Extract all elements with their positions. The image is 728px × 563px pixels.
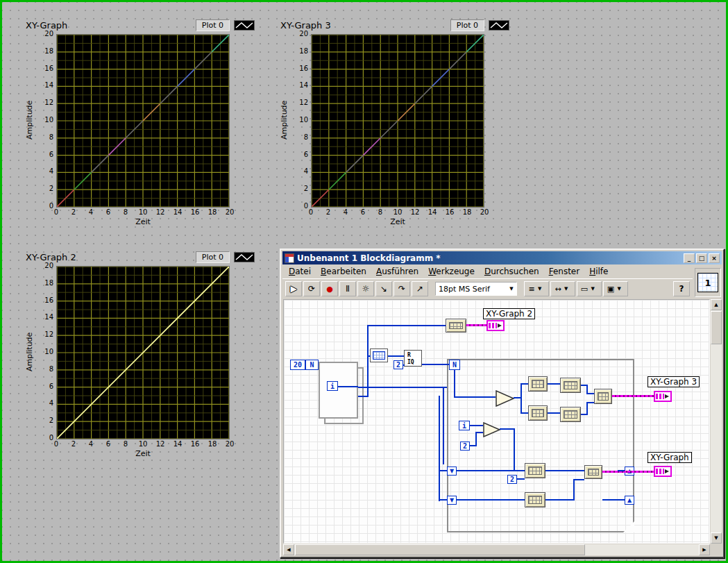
vi-icon[interactable]: 1 <box>697 273 718 292</box>
resize-objects-button[interactable]: ▭▼ <box>577 281 602 296</box>
bundle-xy2-node[interactable] <box>446 319 466 333</box>
wire[interactable] <box>586 393 594 394</box>
wire[interactable] <box>500 428 514 430</box>
reshape-node[interactable]: RIQ <box>404 350 422 367</box>
run-button[interactable]: ▶ <box>285 281 302 296</box>
wire[interactable] <box>367 355 371 357</box>
iteration-terminal-2[interactable]: i <box>459 421 470 430</box>
numeric-constant-2a[interactable]: 2 <box>393 360 403 369</box>
wire[interactable] <box>367 325 446 326</box>
cluster-wire[interactable] <box>612 395 654 397</box>
wire[interactable] <box>439 396 440 501</box>
xy-graph2-indicator-terminal[interactable] <box>486 320 505 331</box>
wire[interactable] <box>573 479 584 480</box>
wire[interactable] <box>358 396 369 397</box>
wire[interactable] <box>439 499 447 501</box>
step-over-button[interactable]: ↷ <box>393 281 410 296</box>
shift-register-left-2[interactable]: ▼ <box>447 496 457 505</box>
legend-label[interactable]: Plot 0 <box>196 19 230 31</box>
wire[interactable] <box>548 412 560 414</box>
menu-item-bearbeiten[interactable]: Bearbeiten <box>316 265 371 278</box>
plot-area[interactable] <box>311 34 484 208</box>
vertical-scrollbar[interactable]: ▲ ▼ <box>711 299 722 544</box>
interpolate-node-1[interactable] <box>525 463 545 478</box>
xy-graph3-terminal-label[interactable]: XY-Graph 3 <box>647 376 700 387</box>
wire[interactable] <box>618 470 625 471</box>
align-objects-button[interactable]: ≡▼ <box>524 281 549 296</box>
multiply-node-1[interactable] <box>496 390 515 407</box>
build-waveform-node-1[interactable] <box>528 376 548 392</box>
wire[interactable] <box>422 364 449 365</box>
wire[interactable] <box>573 479 575 501</box>
xy-graph2-terminal-label[interactable]: XY-Graph 2 <box>483 308 535 319</box>
wire[interactable] <box>514 428 515 471</box>
interpolate-node-2[interactable] <box>525 492 545 507</box>
wire[interactable] <box>581 385 586 386</box>
font-selector[interactable]: 18pt MS Serif ▼ <box>435 282 517 296</box>
vi-icon-pane[interactable]: 1 <box>695 268 721 297</box>
horizontal-scrollbar[interactable]: ◀ ▶ <box>283 544 710 555</box>
plot-legend[interactable]: Plot 0 <box>196 251 255 263</box>
wire[interactable] <box>602 499 625 501</box>
reorder-button[interactable]: ▣▼ <box>603 281 628 296</box>
chevron-down-icon[interactable]: ▼ <box>507 286 516 292</box>
diagram-canvas[interactable]: XY-Graph 2 XY-Graph 3 XY-Graph 20 N i 2 … <box>283 299 710 544</box>
loop-count-terminal[interactable]: N <box>305 360 319 370</box>
abort-button[interactable]: ● <box>321 281 338 296</box>
distribute-objects-button[interactable]: ↔▼ <box>550 281 575 296</box>
cluster-wire[interactable] <box>466 324 486 326</box>
plot-style-icon[interactable] <box>489 20 509 31</box>
scroll-right-button[interactable]: ▶ <box>699 544 710 555</box>
wire[interactable] <box>388 355 404 357</box>
for-loop-frame[interactable] <box>319 362 358 419</box>
wire[interactable] <box>367 325 369 396</box>
pause-button[interactable]: Ⅱ <box>339 281 356 296</box>
menu-item-datei[interactable]: Datei <box>284 265 316 278</box>
plot-legend[interactable]: Plot 0 <box>196 19 255 31</box>
shift-register-left-1[interactable]: ▼ <box>447 467 457 476</box>
wire[interactable] <box>520 412 528 414</box>
title-bar[interactable]: Unbenannt 1 Blockdiagramm * _ □ × <box>282 251 722 264</box>
multiply-node-2[interactable] <box>483 422 501 437</box>
wire[interactable] <box>457 499 525 501</box>
wire[interactable] <box>475 432 477 446</box>
wire[interactable] <box>545 470 584 471</box>
close-button[interactable]: × <box>709 253 720 263</box>
loop-iteration-terminal[interactable]: i <box>327 381 338 391</box>
shift-register-right-2[interactable]: ▲ <box>625 496 634 505</box>
wire[interactable] <box>338 386 358 387</box>
wire[interactable] <box>586 402 588 415</box>
wire[interactable] <box>443 387 444 464</box>
build-array-node[interactable] <box>370 348 388 362</box>
wire[interactable] <box>548 383 560 385</box>
numeric-constant-2b[interactable]: 2 <box>460 442 470 451</box>
scroll-down-button[interactable]: ▼ <box>711 532 722 544</box>
horizontal-scroll-thumb[interactable] <box>295 544 585 555</box>
menu-item-fenster[interactable]: Fenster <box>544 265 585 278</box>
build-waveform-node-2[interactable] <box>528 405 548 421</box>
cluster-wire[interactable] <box>602 471 654 473</box>
legend-label[interactable]: Plot 0 <box>450 19 484 31</box>
wire[interactable] <box>457 470 525 471</box>
xy-graph-indicator-terminal[interactable] <box>654 466 672 477</box>
wire[interactable] <box>586 402 594 403</box>
scroll-left-button[interactable]: ◀ <box>283 544 294 555</box>
step-out-button[interactable]: ↗ <box>412 281 428 296</box>
xy-graph3-indicator-terminal[interactable] <box>654 391 672 402</box>
menu-item-werkzeuge[interactable]: Werkzeuge <box>423 265 480 278</box>
maximize-button[interactable]: □ <box>696 253 707 263</box>
wire[interactable] <box>545 499 573 501</box>
numeric-constant-20[interactable]: 20 <box>290 360 305 370</box>
plot-style-icon[interactable] <box>234 20 255 31</box>
wire[interactable] <box>439 470 447 471</box>
index-array-node-2[interactable] <box>560 407 581 422</box>
wire[interactable] <box>475 432 483 433</box>
minimize-button[interactable]: _ <box>684 253 695 263</box>
wire[interactable] <box>514 397 520 398</box>
scroll-up-button[interactable]: ▲ <box>711 299 722 310</box>
wire[interactable] <box>520 383 522 414</box>
plot-legend[interactable]: Plot 0 <box>450 19 509 31</box>
numeric-constant-2c[interactable]: 2 <box>507 475 517 484</box>
wire[interactable] <box>470 445 475 446</box>
wire[interactable] <box>454 370 455 398</box>
